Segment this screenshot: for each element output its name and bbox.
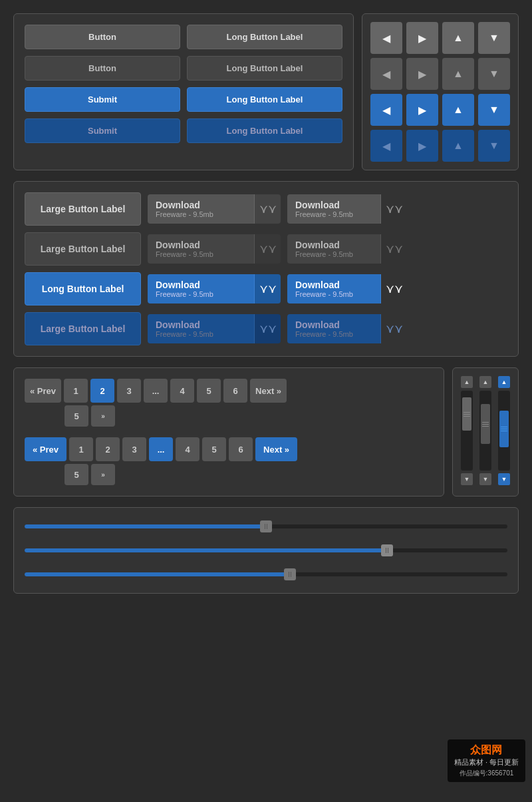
- page-3-btn-2[interactable]: 3: [122, 437, 146, 461]
- download-btn-normal-1[interactable]: Download Freeware - 9.5mb ⋎⋎: [148, 194, 281, 224]
- large-btn-row-4: Large Button Label Download Freeware - 9…: [25, 312, 507, 345]
- arrow-left-2[interactable]: ◀: [370, 58, 402, 90]
- scroll-down-1[interactable]: ▼: [461, 473, 473, 485]
- button-normal-2[interactable]: Long Button Label: [187, 25, 342, 49]
- arrow-up-3[interactable]: ▲: [442, 94, 474, 126]
- large-btn-blue-3[interactable]: Long Button Label: [25, 272, 141, 305]
- download-btn-dark-2[interactable]: Download Freeware - 9.5mb ⋎⋎: [148, 234, 281, 264]
- button-normal-1[interactable]: Button: [25, 25, 180, 49]
- slider-2: [25, 545, 507, 556]
- page-3-btn-1[interactable]: 3: [117, 379, 141, 403]
- scrollbar-panel: ▲ ▼ ▲: [452, 367, 519, 497]
- page-6-btn-1[interactable]: 6: [223, 379, 247, 403]
- download-title-2: Download: [156, 240, 246, 250]
- arrow-down-4[interactable]: ▼: [478, 130, 510, 162]
- arrow-down-2[interactable]: ▼: [478, 58, 510, 90]
- scroll-down-3[interactable]: ▼: [498, 473, 510, 485]
- slider-thumb-2[interactable]: [381, 544, 393, 556]
- arrow-up-1[interactable]: ▲: [442, 22, 474, 54]
- arrow-down-1[interactable]: ▼: [478, 22, 510, 54]
- download-sub-3: Freeware - 9.5mb: [156, 290, 246, 298]
- download-sub-flat-1: Freeware - 9.5mb: [295, 210, 372, 218]
- sub-pagination-2: 5 »: [65, 464, 433, 485]
- download-icon-blue-dark-flat-4: ⋎⋎: [380, 314, 407, 343]
- btn-row-1: Button Long Button Label: [25, 25, 342, 49]
- scroll-up-2[interactable]: ▲: [479, 376, 491, 388]
- pagination-row-2: « Prev 1 2 3 ... 4 5 6 Next »: [25, 437, 433, 461]
- btn-row-2: Button Long Button Label: [25, 56, 342, 81]
- download-icon-3: ⋎⋎: [254, 274, 281, 303]
- page-1-btn-2[interactable]: 1: [69, 437, 93, 461]
- sub-page-5-1[interactable]: 5: [65, 405, 88, 427]
- slider-1: [25, 521, 507, 532]
- slider-thumb-3[interactable]: [284, 568, 296, 580]
- next-btn-2[interactable]: Next »: [255, 437, 297, 461]
- page-dots-btn-2[interactable]: ...: [149, 437, 173, 461]
- large-btn-row-2: Large Button Label Download Freeware - 9…: [25, 232, 507, 266]
- download-btn-dark-flat-2[interactable]: Download Freeware - 9.5mb ⋎⋎: [287, 234, 407, 264]
- page-6-btn-2[interactable]: 6: [229, 437, 253, 461]
- section-sliders: [13, 507, 519, 594]
- scroll-down-2[interactable]: ▼: [479, 473, 491, 485]
- download-btn-blue-dark-flat-4[interactable]: Download Freeware - 9.5mb ⋎⋎: [287, 314, 407, 343]
- download-btn-blue-dark-4[interactable]: Download Freeware - 9.5mb ⋎⋎: [148, 314, 281, 343]
- submit-blue-2[interactable]: Long Button Label: [187, 87, 342, 112]
- basic-buttons-panel: Button Long Button Label Button Long But…: [13, 13, 354, 170]
- watermark-code: 作品编号:3656701: [454, 769, 519, 778]
- arrow-up-2[interactable]: ▲: [442, 58, 474, 90]
- page-2-btn-2[interactable]: 2: [96, 437, 120, 461]
- submit-blue-dark-2[interactable]: Long Button Label: [187, 118, 342, 143]
- download-icon-flat-1: ⋎⋎: [380, 194, 407, 224]
- submit-blue-1[interactable]: Submit: [25, 87, 180, 112]
- download-sub-1: Freeware - 9.5mb: [156, 210, 246, 218]
- page-2-btn-1[interactable]: 2: [90, 379, 114, 403]
- download-sub-dark-flat-2: Freeware - 9.5mb: [295, 250, 372, 258]
- arrow-left-3[interactable]: ◀: [370, 94, 402, 126]
- download-btn-blue-flat-3[interactable]: Download Freeware - 9.5mb ⋎⋎: [287, 274, 407, 303]
- large-btn-blue-dark-4[interactable]: Large Button Label: [25, 312, 141, 345]
- scroll-up-1[interactable]: ▲: [461, 376, 473, 388]
- arrow-right-2[interactable]: ▶: [406, 58, 438, 90]
- download-btn-normal-flat-1[interactable]: Download Freeware - 9.5mb ⋎⋎: [287, 194, 407, 224]
- arrow-right-3[interactable]: ▶: [406, 94, 438, 126]
- arrow-buttons-panel: ◀ ▶ ▲ ▼ ◀ ▶ ▲ ▼ ◀ ▶ ▲ ▼ ◀ ▶ ▲ ▼: [362, 13, 519, 170]
- sub-page-5-2[interactable]: 5: [65, 464, 88, 485]
- arrow-right-4[interactable]: ▶: [406, 130, 438, 162]
- page-5-btn-2[interactable]: 5: [202, 437, 226, 461]
- page-1-btn-1[interactable]: 1: [64, 379, 88, 403]
- large-btn-dark-2[interactable]: Large Button Label: [25, 232, 141, 266]
- download-sub-blue-dark-flat-4: Freeware - 9.5mb: [295, 330, 372, 338]
- large-btn-normal-1[interactable]: Large Button Label: [25, 192, 141, 226]
- slider-thumb-1[interactable]: [260, 520, 272, 532]
- section-basic-buttons: Button Long Button Label Button Long But…: [13, 13, 519, 170]
- arrow-left-4[interactable]: ◀: [370, 130, 402, 162]
- download-icon-dark-flat-2: ⋎⋎: [380, 234, 407, 264]
- prev-btn-1[interactable]: « Prev: [25, 379, 61, 403]
- button-dark-2[interactable]: Long Button Label: [187, 56, 342, 81]
- download-icon-4: ⋎⋎: [254, 314, 281, 343]
- page-4-btn-2[interactable]: 4: [176, 437, 200, 461]
- scroll-up-3[interactable]: ▲: [498, 376, 510, 388]
- page-4-btn-1[interactable]: 4: [170, 379, 194, 403]
- arrow-up-4[interactable]: ▲: [442, 130, 474, 162]
- prev-btn-2[interactable]: « Prev: [25, 437, 66, 461]
- page-dots-btn-1[interactable]: ...: [144, 379, 168, 403]
- arrow-down-3[interactable]: ▼: [478, 94, 510, 126]
- download-icon-1: ⋎⋎: [254, 194, 281, 224]
- sub-page-arrow-2[interactable]: »: [91, 464, 115, 485]
- button-dark-1[interactable]: Button: [25, 56, 180, 81]
- arrow-right-1[interactable]: ▶: [406, 22, 438, 54]
- download-icon-blue-flat-3: ⋎⋎: [380, 274, 407, 303]
- download-title-4: Download: [156, 319, 246, 330]
- download-btn-blue-3[interactable]: Download Freeware - 9.5mb ⋎⋎: [148, 274, 281, 303]
- arrow-left-1[interactable]: ◀: [370, 22, 402, 54]
- next-btn-1[interactable]: Next »: [250, 379, 287, 403]
- btn-row-3: Submit Long Button Label: [25, 87, 342, 112]
- pagination-panel: « Prev 1 2 3 ... 4 5 6 Next » 5 »: [13, 367, 444, 497]
- page-5-btn-1[interactable]: 5: [197, 379, 221, 403]
- sub-page-arrow-1[interactable]: »: [91, 405, 115, 427]
- section-pagination-scrollbars: « Prev 1 2 3 ... 4 5 6 Next » 5 »: [13, 367, 519, 497]
- download-title-dark-flat-2: Download: [295, 240, 372, 250]
- submit-blue-dark-1[interactable]: Submit: [25, 118, 180, 143]
- large-btn-row-1: Large Button Label Download Freeware - 9…: [25, 192, 507, 226]
